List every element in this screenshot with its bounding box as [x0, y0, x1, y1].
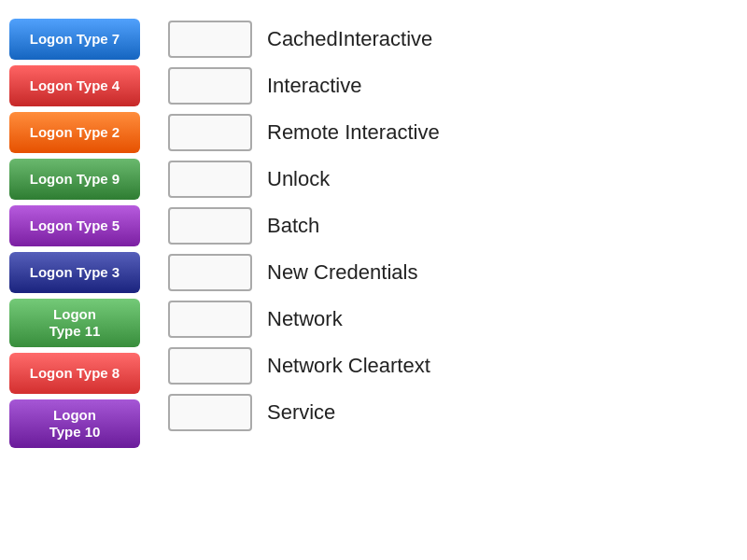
- match-row-cached-interactive: CachedInteractive: [168, 19, 440, 60]
- logon-type-4-button[interactable]: Logon Type 4: [9, 65, 140, 106]
- logon-type-2-button[interactable]: Logon Type 2: [9, 112, 140, 153]
- match-label-service: Service: [267, 400, 335, 425]
- match-label-unlock: Unlock: [267, 167, 330, 191]
- match-label-network-cleartext: Network Cleartext: [267, 354, 430, 378]
- match-row-network: Network: [168, 299, 440, 340]
- match-row-remote-interactive: Remote Interactive: [168, 112, 440, 153]
- match-label-network: Network: [267, 307, 343, 331]
- drop-box-service[interactable]: [168, 394, 252, 431]
- main-container: Logon Type 7Logon Type 4Logon Type 2Logo…: [9, 19, 440, 448]
- match-row-unlock: Unlock: [168, 159, 440, 200]
- logon-type-3-button[interactable]: Logon Type 3: [9, 252, 140, 293]
- logon-type-8-button[interactable]: Logon Type 8: [9, 353, 140, 394]
- match-row-service: Service: [168, 392, 440, 433]
- left-column: Logon Type 7Logon Type 4Logon Type 2Logo…: [9, 19, 140, 448]
- drop-box-remote-interactive[interactable]: [168, 114, 252, 151]
- match-row-batch: Batch: [168, 205, 440, 246]
- drop-box-batch[interactable]: [168, 207, 252, 245]
- match-label-interactive: Interactive: [267, 74, 362, 98]
- drop-box-interactive[interactable]: [168, 67, 252, 105]
- logon-type-10-button[interactable]: Logon Type 10: [9, 399, 140, 448]
- logon-type-11-button[interactable]: Logon Type 11: [9, 299, 140, 347]
- match-row-new-credentials: New Credentials: [168, 252, 440, 293]
- drop-box-network[interactable]: [168, 301, 252, 338]
- match-label-new-credentials: New Credentials: [267, 260, 417, 285]
- drop-box-new-credentials[interactable]: [168, 254, 252, 291]
- logon-type-7-button[interactable]: Logon Type 7: [9, 19, 140, 60]
- drop-box-cached-interactive[interactable]: [168, 21, 252, 58]
- drop-box-network-cleartext[interactable]: [168, 347, 252, 385]
- right-column: CachedInteractiveInteractiveRemote Inter…: [168, 19, 440, 433]
- match-label-remote-interactive: Remote Interactive: [267, 120, 440, 145]
- match-row-interactive: Interactive: [168, 65, 440, 106]
- match-row-network-cleartext: Network Cleartext: [168, 345, 440, 386]
- logon-type-5-button[interactable]: Logon Type 5: [9, 205, 140, 246]
- drop-box-unlock[interactable]: [168, 161, 252, 198]
- match-label-batch: Batch: [267, 214, 319, 238]
- logon-type-9-button[interactable]: Logon Type 9: [9, 159, 140, 200]
- match-label-cached-interactive: CachedInteractive: [267, 27, 432, 51]
